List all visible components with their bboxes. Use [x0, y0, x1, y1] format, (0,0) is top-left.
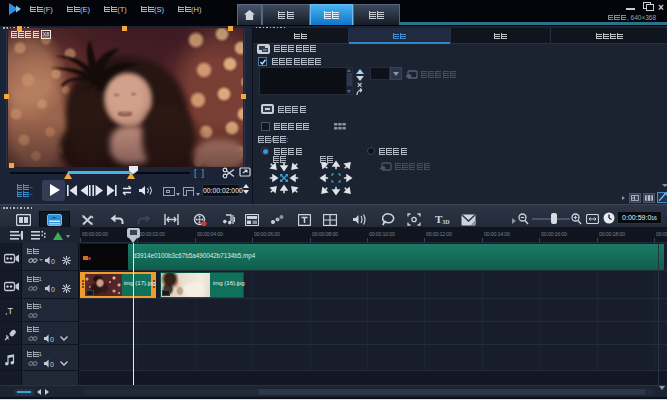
svg-text:0: 0: [51, 258, 55, 265]
svg-text:0: 0: [51, 286, 55, 293]
svg-text:0: 0: [50, 361, 54, 368]
svg-text:0: 0: [50, 336, 54, 343]
